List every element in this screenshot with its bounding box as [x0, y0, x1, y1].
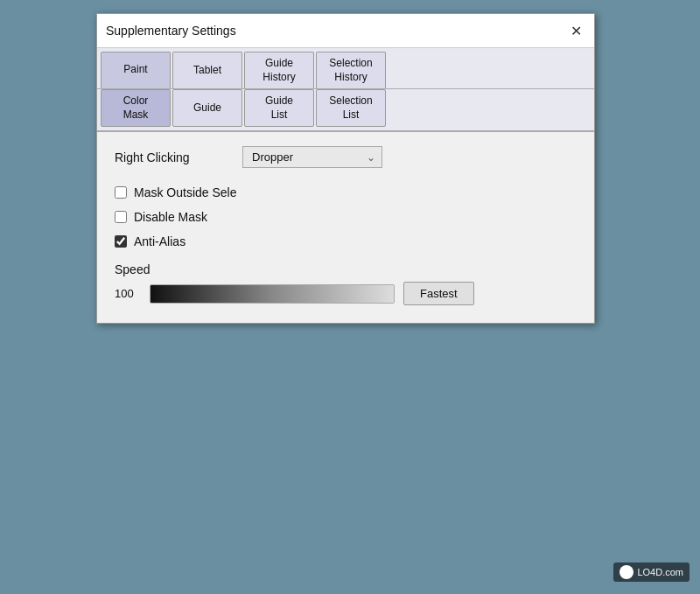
speed-slider-wrap — [150, 284, 395, 304]
checkboxes-section: Mask Outside Sele Disable Mask Anti-Alia… — [115, 185, 577, 248]
tab-selection-list[interactable]: SelectionList — [316, 89, 386, 127]
tab-tablet[interactable]: Tablet — [172, 52, 242, 88]
right-clicking-dropdown[interactable]: Dropper None Context Menu — [242, 146, 382, 168]
dialog: Supplementary Settings ✕ Paint Tablet Gu… — [96, 13, 595, 324]
right-clicking-label: Right Clicking — [115, 150, 228, 164]
mask-outside-label: Mask Outside Sele — [134, 185, 237, 199]
mask-outside-input[interactable] — [115, 186, 127, 199]
right-clicking-row: Right Clicking Dropper None Context Menu… — [115, 146, 577, 168]
watermark-logo-icon — [620, 565, 634, 579]
tab-guide-list[interactable]: GuideList — [244, 89, 314, 127]
tabs-row-2: ColorMask Guide GuideList SelectionList — [97, 89, 594, 132]
watermark-text: LO4D.com — [637, 567, 683, 577]
speed-row: 100 Fastest — [115, 282, 577, 305]
dialog-title: Supplementary Settings — [106, 24, 236, 38]
speed-value: 100 — [115, 287, 141, 300]
disable-mask-label: Disable Mask — [134, 210, 207, 224]
watermark: LO4D.com — [613, 563, 690, 582]
tab-paint[interactable]: Paint — [101, 52, 171, 88]
title-bar: Supplementary Settings ✕ — [97, 14, 594, 48]
speed-section: Speed 100 Fastest — [115, 262, 577, 305]
tab-guide[interactable]: Guide — [172, 89, 242, 127]
checkbox-mask-outside[interactable]: Mask Outside Sele — [115, 185, 577, 199]
speed-title: Speed — [115, 262, 577, 276]
anti-alias-input[interactable] — [115, 235, 127, 248]
tab-color-mask[interactable]: ColorMask — [101, 89, 171, 127]
anti-alias-label: Anti-Alias — [134, 234, 186, 248]
tab-guide-history[interactable]: GuideHistory — [244, 52, 314, 88]
content-area: Right Clicking Dropper None Context Menu… — [97, 132, 594, 323]
close-button[interactable]: ✕ — [566, 21, 585, 40]
checkbox-disable-mask[interactable]: Disable Mask — [115, 210, 577, 224]
fastest-button[interactable]: Fastest — [403, 282, 474, 305]
checkbox-anti-alias[interactable]: Anti-Alias — [115, 234, 577, 248]
tabs-row-1: Paint Tablet GuideHistory SelectionHisto… — [97, 48, 594, 89]
tab-selection-history[interactable]: SelectionHistory — [316, 52, 386, 88]
dropdown-wrap: Dropper None Context Menu ⌄ — [242, 146, 382, 168]
disable-mask-input[interactable] — [115, 211, 127, 223]
